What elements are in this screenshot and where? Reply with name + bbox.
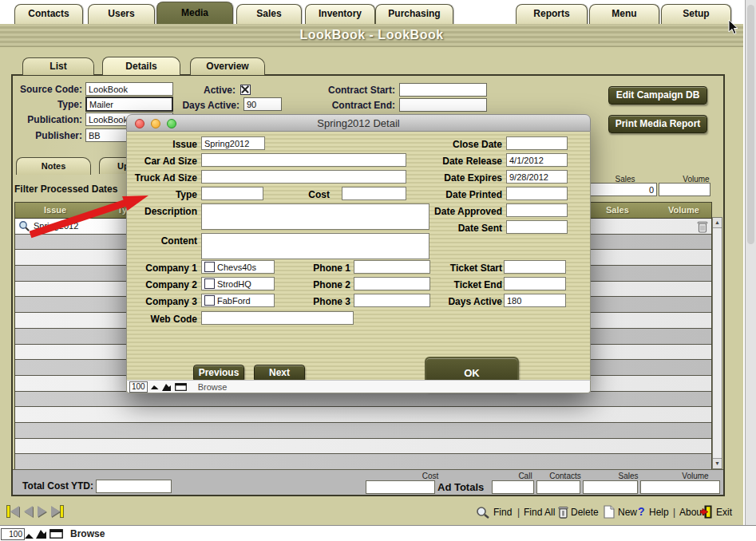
toolbar-separator: | xyxy=(673,507,675,518)
zoom-out-icon[interactable] xyxy=(25,532,34,539)
exit-door-icon[interactable] xyxy=(700,505,714,519)
help-question-icon[interactable]: ? xyxy=(638,505,645,518)
dialog-title-bar[interactable]: Spring2012 Detail xyxy=(126,114,591,132)
ad-total-sales-field[interactable] xyxy=(583,480,638,494)
dialog-zoom-out-icon[interactable] xyxy=(151,384,159,389)
company1-checkbox[interactable] xyxy=(204,262,215,272)
issue-field[interactable]: Spring2012 xyxy=(201,136,265,150)
ticket-end-field[interactable] xyxy=(504,277,566,290)
date-expires-label: Date Expires xyxy=(398,172,502,184)
company1-label: Company 1 xyxy=(127,263,197,274)
table-row[interactable] xyxy=(15,423,711,439)
company2-field[interactable]: StrodHQ xyxy=(201,277,275,290)
find-all-button[interactable]: Find All xyxy=(524,507,555,518)
delete-button[interactable]: Delete xyxy=(571,507,599,518)
close-date-field[interactable] xyxy=(506,136,568,150)
phone2-label: Phone 2 xyxy=(287,279,350,290)
tab-menu[interactable]: Menu xyxy=(589,4,659,24)
dialog-zoom-in-icon[interactable] xyxy=(162,383,172,391)
next-record-button[interactable] xyxy=(38,506,46,517)
scroll-up-icon[interactable]: ▲ xyxy=(713,218,722,228)
col-sales[interactable]: Sales xyxy=(606,203,629,218)
ad-total-call-field[interactable] xyxy=(492,480,534,494)
company1-field[interactable]: Chevs40s xyxy=(201,260,275,274)
ad-total-cost-field[interactable] xyxy=(366,480,435,494)
find-icon[interactable] xyxy=(476,506,490,519)
tab-overview[interactable]: Overview xyxy=(190,57,265,75)
date-approved-label: Date Approved xyxy=(398,206,502,217)
tab-details[interactable]: Details xyxy=(102,57,180,75)
table-row[interactable] xyxy=(15,454,711,470)
zoom-in-icon[interactable] xyxy=(36,529,47,539)
find-button[interactable]: Find xyxy=(493,507,512,518)
table-row[interactable] xyxy=(15,392,711,408)
mouse-cursor xyxy=(728,19,739,35)
tab-setup[interactable]: Setup xyxy=(661,4,731,24)
ad-totals-label: Ad Totals xyxy=(437,481,493,493)
date-printed-field[interactable] xyxy=(506,187,568,200)
tab-users[interactable]: Users xyxy=(88,4,155,24)
tab-sales[interactable]: Sales xyxy=(236,4,302,24)
status-toolbar-toggle-icon[interactable] xyxy=(49,529,63,539)
tab-notes[interactable]: Notes xyxy=(16,157,91,175)
car-ad-size-field[interactable] xyxy=(201,153,406,167)
truck-ad-size-field[interactable] xyxy=(201,170,406,184)
company3-checkbox[interactable] xyxy=(204,295,215,306)
ad-col-sales-label: Sales xyxy=(604,472,652,480)
last-record-button[interactable] xyxy=(51,505,64,518)
company2-checkbox[interactable] xyxy=(204,278,215,289)
tab-purchasing[interactable]: Purchasing xyxy=(375,4,453,24)
close-icon[interactable] xyxy=(135,119,144,128)
date-release-field[interactable]: 4/1/2012 xyxy=(506,153,568,167)
phone1-label: Phone 1 xyxy=(287,263,350,274)
trash-icon[interactable] xyxy=(697,220,708,233)
new-record-icon[interactable] xyxy=(604,505,615,519)
record-navigation xyxy=(6,505,64,518)
delete-icon[interactable] xyxy=(558,506,568,519)
dialog-zoom-level-box[interactable]: 100 xyxy=(129,381,148,393)
date-expires-field[interactable]: 9/28/2012 xyxy=(506,170,568,184)
company3-field[interactable]: FabFord xyxy=(201,294,275,307)
web-code-field[interactable] xyxy=(201,311,354,325)
dialog-body: Issue Spring2012 Car Ad Size Truck Ad Si… xyxy=(126,132,591,380)
date-sent-label: Date Sent xyxy=(398,223,502,234)
content-field[interactable] xyxy=(201,233,429,259)
first-record-button[interactable] xyxy=(6,505,19,518)
company2-label: Company 2 xyxy=(127,279,197,290)
ad-total-contacts-field[interactable] xyxy=(536,480,580,494)
minimize-icon[interactable] xyxy=(151,119,160,128)
days-active-field[interactable]: 180 xyxy=(504,294,566,307)
page-title: LookBook - LookBook xyxy=(0,24,743,46)
total-cost-ytd-field[interactable] xyxy=(96,480,172,493)
app-status-bar: 100 Browse xyxy=(0,525,756,541)
annotation-arrow xyxy=(22,188,154,241)
date-sent-field[interactable] xyxy=(506,220,568,234)
table-scrollbar[interactable]: ▲ ▼ xyxy=(712,217,722,469)
dialog-status-toolbar-toggle-icon[interactable] xyxy=(175,383,187,391)
cost-field[interactable] xyxy=(342,187,406,200)
date-approved-field[interactable] xyxy=(506,203,568,217)
description-field[interactable] xyxy=(201,203,429,230)
tab-list[interactable]: List xyxy=(22,57,94,75)
exit-button[interactable]: Exit xyxy=(716,507,732,518)
tab-media[interactable]: Media xyxy=(156,2,233,24)
tab-inventory[interactable]: Inventory xyxy=(305,4,375,24)
new-button[interactable]: New xyxy=(618,507,637,518)
table-row[interactable] xyxy=(15,407,711,423)
col-volume[interactable]: Volume xyxy=(668,203,699,218)
table-row[interactable] xyxy=(15,439,711,455)
dialog-browse-mode-label[interactable]: Browse xyxy=(198,382,228,392)
tab-reports[interactable]: Reports xyxy=(516,4,588,24)
tab-contacts[interactable]: Contacts xyxy=(14,4,83,24)
summary-sales-label: Sales xyxy=(605,175,645,184)
window-vertical-scrollbar[interactable] xyxy=(745,0,756,525)
help-button[interactable]: Help xyxy=(649,507,669,518)
zoom-level-box[interactable]: 100 xyxy=(1,528,25,540)
ticket-start-field[interactable] xyxy=(504,260,566,274)
previous-record-button[interactable] xyxy=(24,506,33,517)
type-field[interactable] xyxy=(201,187,263,200)
ad-total-volume-field[interactable] xyxy=(640,480,720,494)
scroll-down-icon[interactable]: ▼ xyxy=(713,458,722,468)
browse-mode-label[interactable]: Browse xyxy=(70,528,105,539)
maximize-icon[interactable] xyxy=(167,119,176,128)
